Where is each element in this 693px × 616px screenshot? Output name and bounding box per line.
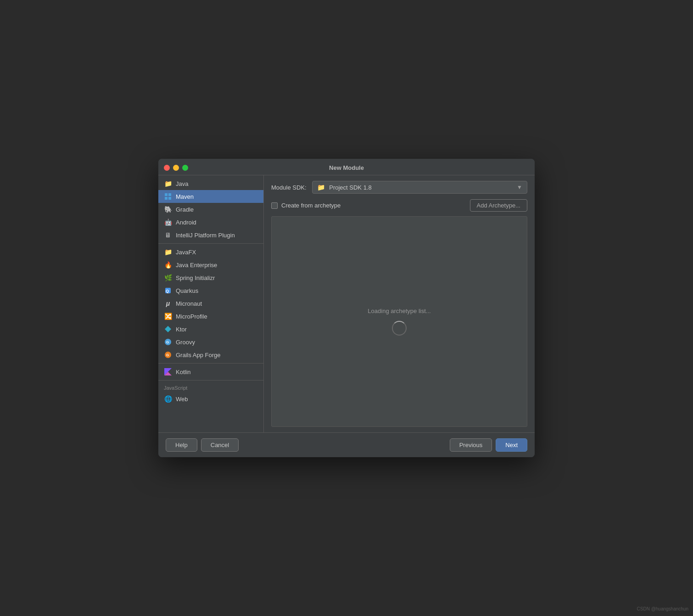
sidebar-item-label: Micronaut <box>176 300 202 307</box>
sidebar-item-quarkus[interactable]: Q Quarkus <box>158 284 263 297</box>
javascript-section-label: JavaScript <box>158 382 263 392</box>
help-button[interactable]: Help <box>166 438 197 452</box>
loading-text: Loading archetype list... <box>368 308 430 314</box>
add-archetype-button[interactable]: Add Archetype... <box>470 199 527 212</box>
create-from-archetype-label[interactable]: Create from archetype <box>271 202 341 209</box>
title-bar: New Module <box>158 159 535 175</box>
divider-1 <box>158 243 263 244</box>
sidebar-item-label: MicroProfile <box>176 313 207 320</box>
sidebar-item-label: Quarkus <box>176 287 198 294</box>
archetype-row: Create from archetype Add Archetype... <box>271 199 527 212</box>
main-content: Module SDK: 📁 Project SDK 1.8 ▼ Create f… <box>264 175 535 432</box>
cancel-button[interactable]: Cancel <box>201 438 239 452</box>
groovy-icon: G <box>164 338 172 346</box>
java-enterprise-icon: 🔥 <box>164 261 172 269</box>
javafx-icon: 📁 <box>164 248 172 256</box>
sidebar-item-label: JavaFX <box>176 249 196 256</box>
java-icon: 📁 <box>164 179 172 188</box>
sidebar-item-label: Grails App Forge <box>176 352 221 358</box>
sidebar-item-spring-initializr[interactable]: 🌿 Spring Initializr <box>158 271 263 284</box>
create-from-archetype-checkbox[interactable] <box>271 202 278 209</box>
web-icon: 🌐 <box>164 395 172 403</box>
sidebar-item-ktor[interactable]: Ktor <box>158 323 263 336</box>
microprofile-icon: 🔀 <box>164 312 172 320</box>
sidebar-item-javafx[interactable]: 📁 JavaFX <box>158 246 263 258</box>
micronaut-icon: μ <box>164 299 172 308</box>
svg-rect-2 <box>165 197 168 200</box>
minimize-button[interactable] <box>173 165 179 171</box>
create-from-archetype-text: Create from archetype <box>281 202 341 209</box>
svg-rect-0 <box>165 193 168 196</box>
sdk-row: Module SDK: 📁 Project SDK 1.8 ▼ <box>271 181 527 194</box>
sdk-dropdown[interactable]: 📁 Project SDK 1.8 ▼ <box>312 181 527 194</box>
sidebar-item-kotlin[interactable]: Kotlin <box>158 365 263 378</box>
dialog-footer: Help Cancel Previous Next <box>158 432 535 457</box>
kotlin-icon <box>164 368 172 376</box>
sidebar-item-java-enterprise[interactable]: 🔥 Java Enterprise <box>158 258 263 271</box>
svg-rect-3 <box>168 197 171 200</box>
next-button[interactable]: Next <box>496 438 527 452</box>
sidebar-item-groovy[interactable]: G Groovy <box>158 336 263 348</box>
sidebar-item-label: Web <box>176 396 188 403</box>
android-icon: 🤖 <box>164 218 172 226</box>
gradle-icon: 🐘 <box>164 205 172 213</box>
watermark: CSDN @huangshanchun <box>637 606 688 611</box>
sidebar-item-gradle[interactable]: 🐘 Gradle <box>158 203 263 216</box>
footer-left-buttons: Help Cancel <box>166 438 239 452</box>
divider-3 <box>158 380 263 381</box>
intellij-icon: 🖥 <box>164 231 172 239</box>
module-type-sidebar: 📁 Java Maven 🐘 Gradle 🤖 Android <box>158 175 264 432</box>
new-module-dialog: New Module 📁 Java Maven 🐘 Gradle <box>158 159 535 457</box>
svg-text:G: G <box>166 340 169 344</box>
sidebar-item-micronaut[interactable]: μ Micronaut <box>158 297 263 310</box>
sidebar-item-label: Java Enterprise <box>176 262 217 269</box>
svg-rect-1 <box>168 193 171 196</box>
sidebar-item-label: Java <box>176 180 188 187</box>
sidebar-item-label: Android <box>176 219 196 226</box>
sidebar-item-web[interactable]: 🌐 Web <box>158 392 263 405</box>
maximize-button[interactable] <box>182 165 188 171</box>
spring-icon: 🌿 <box>164 274 172 282</box>
loading-spinner <box>392 321 407 336</box>
sidebar-item-label: Ktor <box>176 326 187 333</box>
sidebar-item-label: Spring Initializr <box>176 274 215 281</box>
svg-text:Q: Q <box>166 289 169 293</box>
sidebar-item-label: Maven <box>176 193 194 200</box>
sidebar-item-label: IntelliJ Platform Plugin <box>176 232 235 239</box>
archetype-list-area: Loading archetype list... <box>271 216 527 427</box>
sidebar-item-java[interactable]: 📁 Java <box>158 177 263 190</box>
sidebar-item-microprofile[interactable]: 🔀 MicroProfile <box>158 310 263 323</box>
window-title: New Module <box>329 164 364 171</box>
traffic-lights <box>164 165 188 171</box>
sidebar-item-intellij-platform[interactable]: 🖥 IntelliJ Platform Plugin <box>158 229 263 241</box>
sidebar-item-label: Kotlin <box>176 369 191 375</box>
sdk-value: Project SDK 1.8 <box>329 184 372 191</box>
footer-right-buttons: Previous Next <box>450 438 527 452</box>
sdk-label: Module SDK: <box>271 184 307 191</box>
divider-2 <box>158 363 263 364</box>
sidebar-item-label: Gradle <box>176 206 194 213</box>
previous-button[interactable]: Previous <box>450 438 492 452</box>
quarkus-icon: Q <box>164 286 172 295</box>
svg-text:G: G <box>166 353 169 357</box>
sdk-folder-icon: 📁 <box>317 184 325 191</box>
grails-icon: G <box>164 351 172 359</box>
ktor-icon <box>164 325 172 333</box>
sidebar-item-android[interactable]: 🤖 Android <box>158 216 263 229</box>
close-button[interactable] <box>164 165 170 171</box>
dialog-content: 📁 Java Maven 🐘 Gradle 🤖 Android <box>158 175 535 432</box>
dropdown-arrow-icon: ▼ <box>517 184 522 190</box>
sidebar-item-label: Groovy <box>176 339 195 346</box>
sidebar-item-grails[interactable]: G Grails App Forge <box>158 348 263 361</box>
sidebar-item-maven[interactable]: Maven <box>158 190 263 203</box>
maven-icon <box>164 192 172 201</box>
svg-marker-6 <box>165 326 171 332</box>
